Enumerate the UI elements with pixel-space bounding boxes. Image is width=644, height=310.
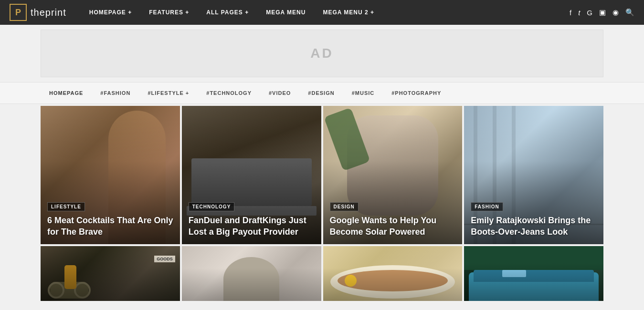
header-right: f t G ▣ ◉ 🔍: [570, 8, 634, 17]
card-overlay-2: [41, 246, 180, 301]
article-card-bike[interactable]: GOODS: [41, 246, 180, 301]
instagram-icon[interactable]: ▣: [599, 8, 606, 17]
rss-icon[interactable]: ◉: [612, 8, 619, 17]
logo-area[interactable]: P theprint: [10, 4, 66, 21]
nav-all-pages[interactable]: ALL PAGES +: [198, 9, 257, 16]
sub-nav-technology[interactable]: #TECHNOLOGY: [198, 90, 260, 96]
card-content: FASHION Emily Ratajkowski Brings the Boo…: [464, 195, 603, 244]
article-card-van[interactable]: [464, 246, 603, 301]
main-nav: HOMEPAGE + FEATURES + ALL PAGES + MEGA M…: [81, 9, 383, 16]
card-overlay-2: [323, 246, 463, 301]
facebook-icon[interactable]: f: [570, 9, 571, 17]
article-grid-row2: GOODS: [0, 246, 644, 303]
category-badge: LIFESTYLE: [47, 202, 85, 211]
card-overlay-2: [464, 246, 603, 301]
category-badge: DESIGN: [330, 202, 359, 211]
search-icon[interactable]: 🔍: [625, 8, 634, 17]
ad-banner: AD: [41, 30, 603, 77]
ad-text: AD: [310, 46, 333, 61]
nav-homepage[interactable]: HOMEPAGE +: [81, 9, 140, 16]
category-badge: TECHNOLOGY: [189, 202, 235, 211]
logo-letter: P: [15, 8, 21, 18]
article-grid-row1: LIFESTYLE 6 Meat Cocktails That Are Only…: [0, 104, 644, 246]
card-title: FanDuel and DraftKings Just Lost a Big P…: [189, 215, 315, 238]
site-header: P theprint HOMEPAGE + FEATURES + ALL PAG…: [0, 0, 644, 25]
card-title: 6 Meat Cocktails That Are Only for The B…: [47, 215, 173, 238]
logo-box: P: [10, 4, 27, 21]
sub-nav: HOMEPAGE #FASHION #LIFESTYLE + #TECHNOLO…: [0, 82, 644, 104]
card-content: LIFESTYLE 6 Meat Cocktails That Are Only…: [41, 195, 180, 244]
card-content: TECHNOLOGY FanDuel and DraftKings Just L…: [182, 195, 321, 244]
sub-nav-music[interactable]: #MUSIC: [343, 90, 383, 96]
twitter-icon[interactable]: t: [578, 9, 580, 17]
article-card-technology[interactable]: TECHNOLOGY FanDuel and DraftKings Just L…: [182, 106, 321, 244]
nav-mega-menu[interactable]: MEGA MENU: [257, 9, 314, 16]
article-card-fashion[interactable]: FASHION Emily Ratajkowski Brings the Boo…: [464, 106, 603, 244]
nav-features[interactable]: FEATURES +: [140, 9, 198, 16]
card-overlay-2: [182, 246, 321, 301]
sub-nav-video[interactable]: #VIDEO: [260, 90, 299, 96]
google-icon[interactable]: G: [587, 9, 592, 17]
article-card-person[interactable]: [182, 246, 321, 301]
sub-nav-lifestyle[interactable]: #LIFESTYLE +: [139, 90, 198, 96]
nav-mega-menu-2[interactable]: MEGA MENU 2 +: [314, 9, 383, 16]
article-card-food[interactable]: [323, 246, 463, 301]
sub-nav-fashion[interactable]: #FASHION: [92, 90, 139, 96]
category-badge: FASHION: [471, 202, 503, 211]
header-left: P theprint HOMEPAGE + FEATURES + ALL PAG…: [10, 4, 383, 21]
card-title: Emily Ratajkowski Brings the Boots-Over-…: [471, 215, 597, 238]
sub-nav-design[interactable]: #DESIGN: [299, 90, 343, 96]
article-card-design[interactable]: DESIGN Google Wants to Help You Become S…: [323, 106, 463, 244]
sub-nav-photography[interactable]: #PHOTOGRAPHY: [383, 90, 450, 96]
card-title: Google Wants to Help You Become Solar Po…: [330, 215, 456, 238]
article-card-lifestyle[interactable]: LIFESTYLE 6 Meat Cocktails That Are Only…: [41, 106, 180, 244]
card-content: DESIGN Google Wants to Help You Become S…: [323, 195, 463, 244]
sub-nav-homepage[interactable]: HOMEPAGE: [41, 90, 92, 96]
logo-text: theprint: [31, 7, 66, 18]
